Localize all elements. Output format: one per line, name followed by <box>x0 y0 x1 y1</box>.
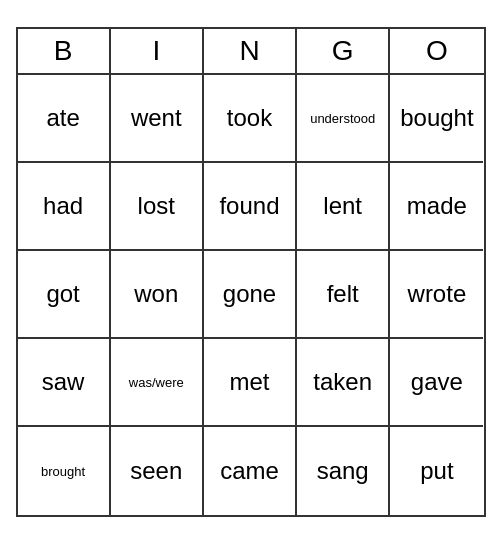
bingo-cell-4-0: brought <box>18 427 111 515</box>
cell-label: saw <box>42 368 85 396</box>
cell-label: sang <box>317 457 369 485</box>
cell-label: took <box>227 104 272 132</box>
cell-label: met <box>229 368 269 396</box>
cell-label: gone <box>223 280 276 308</box>
bingo-cell-3-1: was/were <box>111 339 204 427</box>
bingo-cell-2-3: felt <box>297 251 390 339</box>
bingo-cell-0-3: understood <box>297 75 390 163</box>
cell-label: bought <box>400 104 473 132</box>
cell-label: made <box>407 192 467 220</box>
bingo-header-letter: O <box>390 29 483 73</box>
bingo-header-letter: N <box>204 29 297 73</box>
bingo-header-letter: I <box>111 29 204 73</box>
bingo-cell-2-4: wrote <box>390 251 483 339</box>
cell-label: seen <box>130 457 182 485</box>
bingo-cell-4-1: seen <box>111 427 204 515</box>
bingo-cell-4-3: sang <box>297 427 390 515</box>
bingo-cell-2-0: got <box>18 251 111 339</box>
bingo-cell-0-0: ate <box>18 75 111 163</box>
bingo-grid: atewenttookunderstoodboughthadlostfoundl… <box>18 75 484 515</box>
cell-label: felt <box>327 280 359 308</box>
bingo-header-letter: G <box>297 29 390 73</box>
cell-label: understood <box>310 111 375 126</box>
bingo-header-letter: B <box>18 29 111 73</box>
bingo-cell-0-2: took <box>204 75 297 163</box>
cell-label: gave <box>411 368 463 396</box>
cell-label: went <box>131 104 182 132</box>
bingo-cell-2-1: won <box>111 251 204 339</box>
bingo-cell-4-4: put <box>390 427 483 515</box>
bingo-card: BINGO atewenttookunderstoodboughthadlost… <box>16 27 486 517</box>
bingo-cell-3-2: met <box>204 339 297 427</box>
cell-label: got <box>46 280 79 308</box>
cell-label: found <box>219 192 279 220</box>
cell-label: lent <box>323 192 362 220</box>
cell-label: put <box>420 457 453 485</box>
bingo-cell-1-2: found <box>204 163 297 251</box>
bingo-cell-2-2: gone <box>204 251 297 339</box>
cell-label: lost <box>138 192 175 220</box>
bingo-cell-1-3: lent <box>297 163 390 251</box>
bingo-cell-1-1: lost <box>111 163 204 251</box>
bingo-cell-1-4: made <box>390 163 483 251</box>
cell-label: won <box>134 280 178 308</box>
bingo-cell-3-4: gave <box>390 339 483 427</box>
bingo-cell-3-0: saw <box>18 339 111 427</box>
cell-label: had <box>43 192 83 220</box>
bingo-cell-0-1: went <box>111 75 204 163</box>
bingo-cell-3-3: taken <box>297 339 390 427</box>
bingo-cell-4-2: came <box>204 427 297 515</box>
cell-label: wrote <box>408 280 467 308</box>
cell-label: came <box>220 457 279 485</box>
cell-label: taken <box>313 368 372 396</box>
bingo-cell-1-0: had <box>18 163 111 251</box>
cell-label: ate <box>46 104 79 132</box>
bingo-cell-0-4: bought <box>390 75 483 163</box>
cell-label: was/were <box>129 375 184 390</box>
cell-label: brought <box>41 464 85 479</box>
bingo-header: BINGO <box>18 29 484 75</box>
